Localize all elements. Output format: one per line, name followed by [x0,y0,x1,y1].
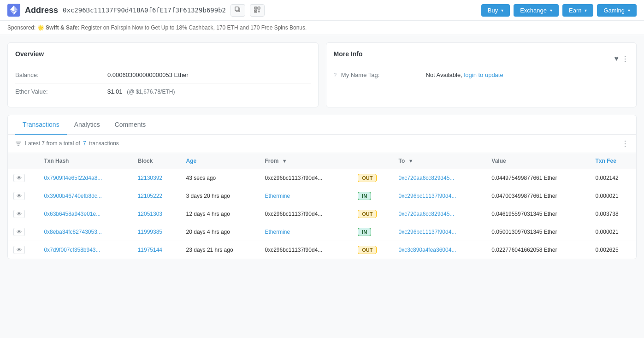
more-options-button[interactable]: ⋮ [621,54,629,63]
direction-badge: IN [358,228,371,236]
from-address: 0xc296bc11137f90d4... [265,211,322,217]
txn-hash-link[interactable]: 0x8eba34fc82743053... [44,229,101,235]
balance-row: Balance: 0.000603000000000053 Ether [15,67,311,83]
name-tag-row: ? My Name Tag: Not Available, login to u… [334,67,629,83]
tab-transactions[interactable]: Transactions [15,115,67,135]
block-cell: 11975144 [132,241,181,259]
buy-button[interactable]: Buy ▾ [481,4,510,17]
from-address: 0xc296bc11137f90d4... [265,175,322,181]
ether-rate: (@ $1,676.78/ETH) [127,89,175,95]
more-info-card: More Info ♥ ⋮ ? My Name Tag: Not Availab… [326,42,637,107]
svg-rect-11 [259,7,260,8]
more-info-title: More Info [334,50,363,61]
from-address: 0xc296bc11137f90d4... [265,247,322,253]
value-cell: 0.047003499877661 Ether [486,187,590,205]
txn-hash-link[interactable]: 0x3900b46740efb8dc... [44,193,101,199]
txn-hash-cell: 0x8eba34fc82743053... [38,223,132,241]
txn-hash-link[interactable]: 0x7909ff4e65f22d4a8... [44,175,102,181]
tab-comments[interactable]: Comments [107,115,154,135]
from-link[interactable]: Ethermine [265,193,290,199]
login-to-update-link[interactable]: login to update [464,71,503,78]
to-link[interactable]: 0xc720aa6cc829d45... [399,175,455,181]
txn-hash-link[interactable]: 0x63b6458a943e01e... [44,211,100,217]
header-left: Address 0xc296Bc11137F90d418A0f6fE17f3F6… [7,4,265,17]
ether-value-label: Ether Value: [15,88,107,95]
sponsored-text: Register on Fairspin Now to Get Up to 18… [81,24,307,31]
tab-analytics[interactable]: Analytics [67,115,107,135]
transaction-count-link[interactable]: 7 [83,140,86,147]
col-direction [352,153,393,169]
direction-cell: OUT [352,205,393,223]
age-cell: 43 secs ago [181,169,260,187]
block-link[interactable]: 11999385 [138,229,162,235]
direction-cell: IN [352,223,393,241]
table-header-row: Txn Hash Block Age From ▼ To ▼ Value Txn… [8,153,636,169]
from-filter-icon[interactable]: ▼ [282,158,287,164]
ethereum-icon [7,4,20,17]
col-age[interactable]: Age [181,153,260,169]
col-txn-hash: Txn Hash [38,153,132,169]
table-row: 👁 0x3900b46740efb8dc... 12105222 3 days … [8,187,636,205]
exchange-button[interactable]: Exchange ▾ [514,4,559,17]
from-cell: 0xc296bc11137f90d4... [259,169,352,187]
to-cell: 0xc296bc11137f90d4... [393,187,486,205]
eye-button[interactable]: 👁 [13,210,25,218]
txn-hash-link[interactable]: 0x7d9f007cf358b943... [44,247,100,253]
svg-rect-12 [255,11,256,12]
header-nav: Buy ▾ Exchange ▾ Earn ▾ Gaming ▾ [481,4,637,17]
direction-cell: OUT [352,241,393,259]
eye-button[interactable]: 👁 [13,246,25,254]
buy-chevron-icon: ▾ [501,8,503,13]
balance-value: 0.000603000000000053 Ether [107,71,189,78]
gaming-button[interactable]: Gaming ▾ [597,4,637,17]
sponsored-bar: Sponsored: 🌟 Swift & Safe: Register on F… [0,21,644,35]
block-cell: 12130392 [132,169,181,187]
to-filter-icon[interactable]: ▼ [408,158,414,164]
txn-fee-cell: 0.002142 [590,169,636,187]
help-icon: ? [334,72,337,78]
value-cell: 0.044975499877661 Ether [486,169,590,187]
from-cell: Ethermine [259,223,352,241]
col-block: Block [132,153,181,169]
block-link[interactable]: 12105222 [138,193,162,199]
balance-label: Balance: [15,71,107,78]
gaming-chevron-icon: ▾ [628,8,630,13]
block-cell: 12051303 [132,205,181,223]
from-cell: Ethermine [259,187,352,205]
block-cell: 12105222 [132,187,181,205]
to-link[interactable]: 0xc720aa6cc829d45... [399,211,455,217]
favorite-button[interactable]: ♥ [614,54,619,63]
sponsored-label: Sponsored: [7,24,35,31]
to-link[interactable]: 0xc3c890a4fea36004... [399,247,456,253]
eye-button[interactable]: 👁 [13,228,25,236]
block-link[interactable]: 12051303 [138,211,162,217]
eye-button[interactable]: 👁 [13,174,25,182]
block-link[interactable]: 11975144 [138,247,162,253]
eye-button[interactable]: 👁 [13,192,25,200]
ether-value: $1.01 (@ $1,676.78/ETH) [107,88,175,95]
copy-address-button[interactable] [230,4,245,17]
age-cell: 3 days 20 hrs ago [181,187,260,205]
cards-row: Overview Balance: 0.000603000000000053 E… [7,42,637,107]
col-txn-fee[interactable]: Txn Fee [590,153,636,169]
to-cell: 0xc720aa6cc829d45... [393,169,486,187]
transactions-more-button[interactable]: ⋮ [621,139,629,148]
to-cell: 0xc296bc11137f90d4... [393,223,486,241]
block-link[interactable]: 12130392 [138,175,162,181]
earn-button[interactable]: Earn ▾ [562,4,593,17]
table-row: 👁 0x7909ff4e65f22d4a8... 12130392 43 sec… [8,169,636,187]
eye-cell: 👁 [8,205,38,223]
transactions-count-text: Latest 7 from a total of 7 transactions [15,140,119,147]
address-value: 0xc296Bc11137F90d418A0f6fE17f3F61329b699… [63,6,226,14]
to-cell: 0xc3c890a4fea36004... [393,241,486,259]
txn-hash-cell: 0x7d9f007cf358b943... [38,241,132,259]
txn-hash-cell: 0x7909ff4e65f22d4a8... [38,169,132,187]
to-link[interactable]: 0xc296bc11137f90d4... [399,193,456,199]
qr-code-button[interactable] [250,4,265,17]
table-row: 👁 0x8eba34fc82743053... 11999385 20 days… [8,223,636,241]
to-link[interactable]: 0xc296bc11137f90d4... [399,229,456,235]
svg-rect-16 [259,12,260,12]
direction-badge: OUT [358,174,377,182]
from-link[interactable]: Ethermine [265,229,290,235]
age-cell: 23 days 21 hrs ago [181,241,260,259]
